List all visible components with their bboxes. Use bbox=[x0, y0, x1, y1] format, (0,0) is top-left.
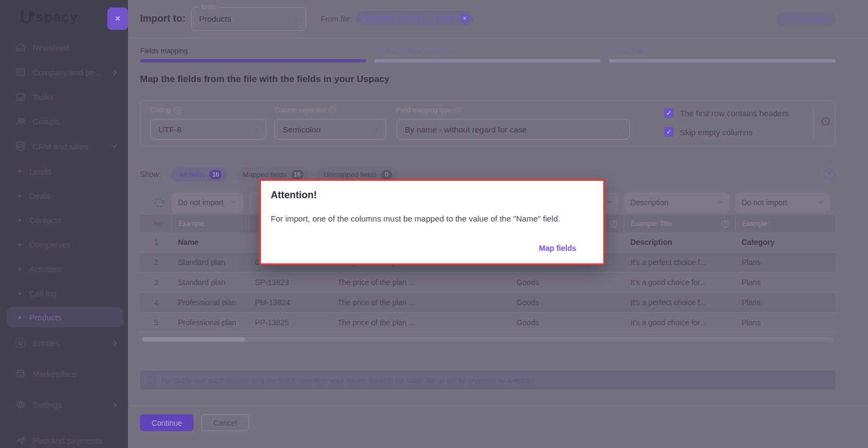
continue-button[interactable]: Continue bbox=[140, 414, 194, 431]
chevron-down-icon bbox=[231, 201, 237, 204]
chevron-right-icon bbox=[112, 70, 117, 75]
bullet-icon bbox=[18, 292, 21, 295]
help-icon[interactable]: ? bbox=[824, 168, 835, 180]
show-label: Show: bbox=[140, 170, 161, 179]
people-icon bbox=[15, 116, 26, 127]
step-label: Fields mapping bbox=[140, 47, 366, 55]
column-mapping-select-5[interactable]: Description bbox=[624, 192, 730, 213]
cell: Standard plan bbox=[171, 258, 248, 267]
sidebar-item-newsfeed[interactable]: Newsfeed bbox=[7, 37, 124, 58]
cell: Plans bbox=[735, 278, 835, 287]
column-mapping-select-1[interactable]: Do not import bbox=[171, 192, 243, 213]
remove-file-button[interactable]: × bbox=[460, 14, 470, 23]
cell: The price of the plan ... bbox=[331, 298, 510, 307]
example-text: Example: bbox=[742, 220, 769, 228]
mapping-type-select[interactable]: By name - without regard for case bbox=[397, 119, 630, 140]
chevron-down-icon bbox=[617, 128, 623, 131]
sidebar-item-label: Contacts bbox=[29, 216, 61, 225]
auto-mapping-icon[interactable] bbox=[148, 197, 171, 209]
import-topbar: Import to: Entity Products From file: CO… bbox=[128, 0, 868, 38]
instruction-button[interactable]: ? Instruction bbox=[776, 12, 835, 27]
sidebar-item-leads[interactable]: Leads bbox=[7, 161, 124, 181]
sidebar-item-label: Companies bbox=[29, 240, 71, 249]
info-icon: i bbox=[722, 220, 729, 228]
cell: Plans bbox=[735, 258, 835, 267]
info-banner-text: For clarity and quick display, only the … bbox=[161, 376, 532, 384]
row-number: 3 bbox=[148, 278, 171, 287]
uploaded-file-chip[interactable]: CONTACT_3 7777.... 1.35 kb × bbox=[356, 11, 474, 26]
footer: Continue Cancel bbox=[128, 405, 868, 448]
example-text: Example: bbox=[178, 220, 206, 228]
close-icon: × bbox=[115, 13, 121, 24]
sidebar-item-label: Deals bbox=[29, 191, 50, 200]
uspacy-logo: U spacy bbox=[20, 9, 78, 25]
step-import-status[interactable]: Import status bbox=[609, 47, 835, 62]
filter-all-fields[interactable]: All fields 16 bbox=[171, 167, 228, 182]
cell: The price of the plan ... bbox=[331, 278, 510, 287]
sidebar-item-deals[interactable]: Deals bbox=[7, 185, 124, 206]
advanced-settings-gear-icon[interactable]: ⚙ bbox=[820, 115, 832, 128]
mapping-type-field: Field mapping typei By name - without re… bbox=[397, 106, 630, 140]
entity-select[interactable]: Entity Products bbox=[191, 7, 306, 31]
row-number: 5 bbox=[148, 318, 171, 327]
coding-select[interactable]: UTF-8 bbox=[150, 119, 266, 140]
sidebar-item-label: Newsfeed bbox=[33, 43, 69, 52]
first-row-headers-checkbox[interactable]: ✓ The first row contains headers bbox=[664, 108, 789, 118]
mapping-select-value: Do not import bbox=[178, 198, 224, 207]
step-progress-bar bbox=[140, 59, 366, 62]
example-text: Example: Title bbox=[631, 220, 672, 228]
file-chip-text: CONTACT_3 7777.... 1.35 kb bbox=[363, 15, 456, 23]
sidebar-item-contacts[interactable]: Contacts bbox=[7, 210, 124, 230]
cell: Category bbox=[735, 238, 835, 247]
import-settings-card: Codingi UTF-8 Column separatori Semicolo… bbox=[140, 100, 835, 147]
step-label: Import status bbox=[609, 47, 835, 55]
sidebar-item-companies[interactable]: Companies bbox=[7, 234, 124, 255]
map-fields-button[interactable]: Map fields bbox=[539, 244, 576, 253]
chevron-right-icon bbox=[112, 340, 117, 345]
separator-select[interactable]: Semicolon bbox=[275, 119, 386, 140]
sidebar-item-call-log[interactable]: Call log bbox=[7, 283, 124, 304]
chevron-right-icon bbox=[112, 402, 117, 407]
sidebar-item-label: Plan and payments bbox=[33, 436, 102, 445]
coding-label: Coding bbox=[150, 106, 171, 114]
sidebar-item-groups[interactable]: Groups bbox=[7, 111, 124, 131]
org-chart-icon bbox=[15, 67, 26, 78]
entities-icon: U bbox=[15, 337, 26, 348]
sidebar-item-marketplace[interactable]: Marketplace bbox=[7, 363, 124, 384]
sidebar-item-crm[interactable]: CRM and sales bbox=[7, 136, 124, 156]
sidebar-item-tasks[interactable]: Tasks bbox=[7, 86, 124, 107]
skip-empty-columns-checkbox[interactable]: ✓ Skip empty columns bbox=[664, 127, 752, 137]
cell: Name bbox=[171, 238, 248, 247]
cell: The price of the plan ... bbox=[331, 318, 510, 327]
mapping-select-value: Description bbox=[630, 198, 668, 207]
sidebar-collapse-button[interactable]: × bbox=[107, 8, 128, 30]
cell: It's a perfect choice f... bbox=[624, 258, 735, 267]
logo-letter: U bbox=[20, 9, 33, 25]
attention-dialog: Attention! For import, one of the column… bbox=[259, 179, 605, 265]
sidebar-item-plan-and-payments[interactable]: Plan and payments bbox=[7, 430, 124, 448]
cell: Professional plan bbox=[171, 298, 248, 307]
chevron-down-icon bbox=[374, 128, 379, 131]
step-fields-mapping[interactable]: Fields mapping bbox=[140, 47, 366, 62]
table-row: 3 Standard plan SP-13823 The price of th… bbox=[140, 273, 835, 293]
calendar-icon bbox=[15, 91, 26, 102]
column-mapping-select-6[interactable]: Do not import bbox=[735, 192, 830, 213]
sidebar-item-activities[interactable]: Activities bbox=[7, 258, 124, 279]
divider bbox=[813, 108, 814, 140]
cancel-button[interactable]: Cancel bbox=[201, 414, 249, 431]
sidebar-item-company[interactable]: Company and pe... bbox=[7, 62, 124, 83]
sidebar-item-entities[interactable]: U Entities bbox=[7, 332, 124, 353]
bullet-icon bbox=[18, 194, 21, 197]
paper-plane-icon bbox=[15, 435, 26, 446]
sidebar-item-settings[interactable]: Settings bbox=[7, 394, 124, 415]
logo-dot-icon bbox=[31, 12, 35, 16]
from-file-label: From file: bbox=[321, 15, 352, 23]
sidebar-item-products[interactable]: Products bbox=[7, 307, 124, 327]
example-cell: Example: Titlei bbox=[624, 215, 735, 232]
step-product-entities-mapping[interactable]: Product entities mapping bbox=[375, 47, 601, 62]
cell: Standard plan bbox=[171, 278, 248, 287]
sidebar-item-label: Tasks bbox=[33, 92, 53, 102]
separator-value: Semicolon bbox=[283, 125, 321, 134]
scrollbar-thumb[interactable] bbox=[142, 337, 245, 342]
sidebar-item-label: Company and pe... bbox=[33, 68, 101, 77]
